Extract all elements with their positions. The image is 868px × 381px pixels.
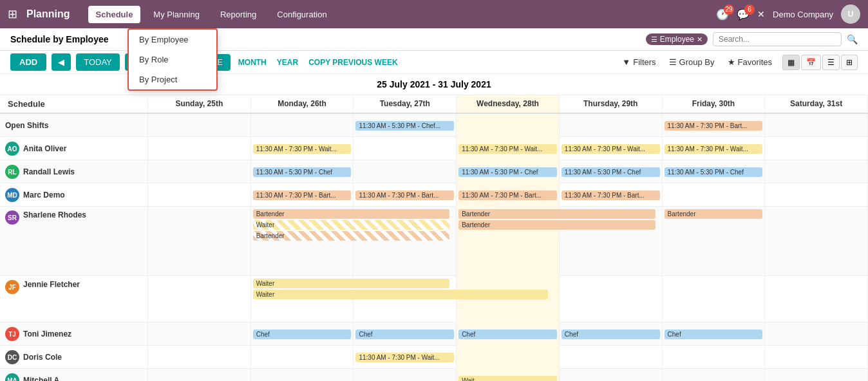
favorites-button[interactable]: ★ Favorites xyxy=(728,57,772,67)
list-view-button[interactable]: ☰ xyxy=(822,55,840,70)
message-badge[interactable]: 💬 6 xyxy=(737,8,750,21)
cell-marc-thu[interactable]: 11:30 AM - 7:30 PM - Bart... xyxy=(560,183,663,207)
cell-randall-sat[interactable] xyxy=(765,160,868,183)
cell-os-fri[interactable]: 11:30 AM - 7:30 PM - Bart... xyxy=(663,114,766,137)
cell-anita-thu[interactable]: 11:30 AM - 7:30 PM - Wait... xyxy=(560,137,663,160)
cell-randall-wed[interactable]: 11:30 AM - 5:30 PM - Chef xyxy=(457,160,560,183)
cell-jennie-sun[interactable] xyxy=(148,276,251,322)
shift-sharlene-waiter[interactable]: Waiter xyxy=(253,220,449,230)
cell-toni-thu[interactable]: Chef xyxy=(560,322,663,346)
cell-marc-mon[interactable]: 11:30 AM - 7:30 PM - Bart... xyxy=(251,183,354,207)
shift-os-tue[interactable]: 11:30 AM - 5:30 PM - Chef... xyxy=(355,121,454,131)
cell-marc-sun[interactable] xyxy=(148,183,251,207)
shift-mitchell-wed[interactable]: Wait... xyxy=(458,376,557,382)
shift-anita-fri[interactable]: 11:30 AM - 7:30 PM - Wait... xyxy=(665,144,763,154)
cell-randall-sun[interactable] xyxy=(148,160,251,183)
close-icon[interactable]: ✕ xyxy=(757,9,765,19)
copy-prev-week-link[interactable]: COPY PREVIOUS WEEK xyxy=(306,58,400,67)
cell-sharlene-mon[interactable]: Bartender Waiter Bartender xyxy=(251,207,354,276)
cell-mitchell-mon[interactable] xyxy=(251,369,354,381)
shift-toni-thu[interactable]: Chef xyxy=(561,330,660,339)
gantt-view-button[interactable]: ▦ xyxy=(782,55,800,70)
shift-randall-fri[interactable]: 11:30 AM - 5:30 PM - Chef xyxy=(665,167,763,177)
dropdown-by-employee[interactable]: By Employee xyxy=(129,30,216,50)
app-grid-icon[interactable]: ⊞ xyxy=(8,7,17,21)
shift-randall-thu[interactable]: 11:30 AM - 5:30 PM - Chef xyxy=(561,167,660,177)
cell-anita-tue[interactable] xyxy=(354,137,457,160)
search-box[interactable] xyxy=(713,32,842,46)
cell-doris-thu[interactable] xyxy=(560,346,663,369)
cell-toni-fri[interactable]: Chef xyxy=(663,322,766,346)
shift-toni-mon[interactable]: Chef xyxy=(253,330,352,339)
cell-anita-mon[interactable]: 11:30 AM - 7:30 PM - Wait... xyxy=(251,137,354,160)
cell-doris-wed[interactable] xyxy=(457,346,560,369)
month-link[interactable]: MONTH xyxy=(236,58,269,67)
calendar-view-button[interactable]: 📅 xyxy=(801,55,821,70)
shift-anita-thu[interactable]: 11:30 AM - 7:30 PM - Wait... xyxy=(561,144,660,154)
nav-reporting[interactable]: Reporting xyxy=(212,6,264,23)
cell-anita-fri[interactable]: 11:30 AM - 7:30 PM - Wait... xyxy=(663,137,766,160)
shift-marc-tue[interactable]: 11:30 AM - 7:30 PM - Bart... xyxy=(355,190,454,200)
cell-mitchell-thu[interactable] xyxy=(560,369,663,381)
shift-doris-tue[interactable]: 11:30 AM - 7:30 PM - Wait... xyxy=(355,353,454,362)
cell-os-wed[interactable] xyxy=(457,114,560,137)
cell-mitchell-sat[interactable] xyxy=(765,369,868,381)
cell-randall-thu[interactable]: 11:30 AM - 5:30 PM - Chef xyxy=(560,160,663,183)
year-link[interactable]: YEAR xyxy=(274,58,301,67)
filters-button[interactable]: ▼ Filters xyxy=(622,57,656,67)
cell-toni-sun[interactable] xyxy=(148,322,251,346)
cell-sharlene-wed[interactable]: Bartender Bartender xyxy=(457,207,560,276)
cell-toni-tue[interactable]: Chef xyxy=(354,322,457,346)
cell-toni-mon[interactable]: Chef xyxy=(251,322,354,346)
filter-tag-close[interactable]: ✕ xyxy=(697,35,703,44)
cell-os-sat[interactable] xyxy=(765,114,868,137)
cell-mitchell-wed[interactable]: Wait... xyxy=(457,369,560,381)
cell-sharlene-fri[interactable]: Bartender xyxy=(663,207,766,276)
shift-toni-tue[interactable]: Chef xyxy=(355,330,454,339)
cell-os-thu[interactable] xyxy=(560,114,663,137)
cell-jennie-mon[interactable]: Waiter Waiter xyxy=(251,276,354,322)
cell-sharlene-sat[interactable] xyxy=(765,207,868,276)
cell-mitchell-fri[interactable] xyxy=(663,369,766,381)
employee-filter-tag[interactable]: ☰ Employee ✕ xyxy=(646,33,708,45)
activity-badge[interactable]: 🕐 29 xyxy=(716,8,729,21)
cell-sharlene-sun[interactable] xyxy=(148,207,251,276)
cell-anita-wed[interactable]: 11:30 AM - 7:30 PM - Wait... xyxy=(457,137,560,160)
cell-jennie-thu[interactable] xyxy=(560,276,663,322)
prev-button[interactable]: ◀ xyxy=(52,53,71,71)
shift-anita-wed[interactable]: 11:30 AM - 7:30 PM - Wait... xyxy=(458,144,557,154)
shift-toni-wed[interactable]: Chef xyxy=(458,330,557,339)
dropdown-by-project[interactable]: By Project xyxy=(129,70,216,89)
shift-randall-mon[interactable]: 11:30 AM - 5:30 PM - Chef xyxy=(253,167,352,177)
shift-sharlene-bartender3[interactable]: Bartender xyxy=(458,220,655,230)
cell-doris-tue[interactable]: 11:30 AM - 7:30 PM - Wait... xyxy=(354,346,457,369)
shift-jennie-waiter2[interactable]: Waiter xyxy=(253,290,548,299)
grid-view-button[interactable]: ⊞ xyxy=(841,55,858,70)
cell-toni-wed[interactable]: Chef xyxy=(457,322,560,346)
shift-sharlene-bartender1[interactable]: Bartender xyxy=(253,209,449,219)
shift-marc-wed[interactable]: 11:30 AM - 7:30 PM - Bart... xyxy=(458,190,557,200)
nav-myplanning[interactable]: My Planning xyxy=(146,6,207,23)
cell-randall-mon[interactable]: 11:30 AM - 5:30 PM - Chef xyxy=(251,160,354,183)
cell-os-mon[interactable] xyxy=(251,114,354,137)
cell-randall-fri[interactable]: 11:30 AM - 5:30 PM - Chef xyxy=(663,160,766,183)
cell-marc-sat[interactable] xyxy=(765,183,868,207)
shift-marc-thu[interactable]: 11:30 AM - 7:30 PM - Bart... xyxy=(561,190,660,200)
cell-anita-sun[interactable] xyxy=(148,137,251,160)
shift-marc-mon[interactable]: 11:30 AM - 7:30 PM - Bart... xyxy=(253,190,352,200)
cell-doris-sun[interactable] xyxy=(148,346,251,369)
cell-mitchell-sun[interactable] xyxy=(148,369,251,381)
cell-jennie-sat[interactable] xyxy=(765,276,868,322)
shift-sharlene-bartender2[interactable]: Bartender xyxy=(458,209,655,219)
cell-marc-wed[interactable]: 11:30 AM - 7:30 PM - Bart... xyxy=(457,183,560,207)
nav-schedule[interactable]: Schedule xyxy=(88,6,141,23)
cell-mitchell-tue[interactable] xyxy=(354,369,457,381)
cell-jennie-wed[interactable] xyxy=(457,276,560,322)
cell-anita-sat[interactable] xyxy=(765,137,868,160)
cell-doris-sat[interactable] xyxy=(765,346,868,369)
shift-sharlene-bartender4[interactable]: Bartender xyxy=(665,209,763,219)
shift-jennie-waiter1[interactable]: Waiter xyxy=(253,279,449,288)
cell-doris-mon[interactable] xyxy=(251,346,354,369)
shift-os-fri[interactable]: 11:30 AM - 7:30 PM - Bart... xyxy=(665,121,763,131)
cell-toni-sat[interactable] xyxy=(765,322,868,346)
